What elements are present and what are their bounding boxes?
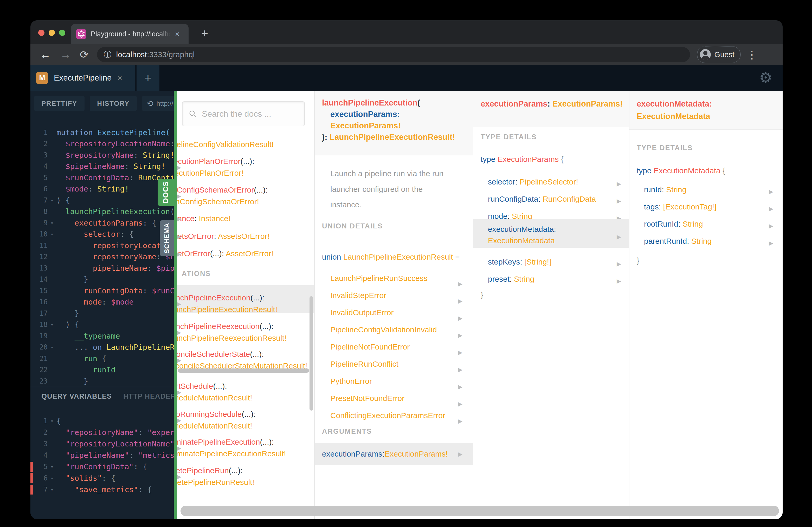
settings-gear-icon[interactable]: ⚙ [759, 69, 772, 86]
doc-item-startSchedule[interactable]: startSchedule(...): ScheduleMutationResu… [177, 380, 308, 404]
union-member-PresetNotFoundError[interactable]: PresetNotFoundError▶ [315, 390, 473, 407]
type-field-rootRunId[interactable]: rootRunId: String▶ [629, 218, 783, 230]
playground-new-tab-button[interactable]: + [136, 65, 159, 91]
code-line: 21 run { [30, 353, 174, 364]
url-path: :3333/graphql [147, 50, 195, 59]
chevron-right-icon: ▶ [177, 216, 181, 223]
doc-item-stopRunningSchedule[interactable]: stopRunningSchedule(...): ScheduleMutati… [177, 408, 308, 432]
chevron-right-icon: ▶ [177, 251, 181, 257]
schema-side-tab[interactable]: SCHEMA [160, 220, 174, 256]
type-signature: executionMetadata: ExecutionMetadata [629, 91, 783, 130]
type-close-brace: } [481, 290, 483, 299]
code-line: 11 repositoryLocationName: $repositoryLo… [30, 240, 174, 251]
fold-arrow-icon: ▾ [48, 344, 56, 350]
tab-query-variables[interactable]: QUERY VARIABLES [41, 392, 112, 401]
field-description: Launch a pipeline run via the runlaunche… [330, 166, 444, 213]
type-field-executionMetadata[interactable]: executionMetadata:ExecutionMetadata▶ [473, 224, 629, 246]
union-member-PipelineNotFoundError[interactable]: PipelineNotFoundError▶ [315, 338, 473, 356]
type-field-parentRunId[interactable]: parentRunId: String▶ [629, 236, 783, 247]
prettify-button[interactable]: PRETTIFY [34, 96, 85, 111]
doc-item-launchPipelineExecution[interactable]: launchPipelineExecution(...): LaunchPipe… [177, 292, 308, 315]
chevron-right-icon: ▶ [617, 231, 621, 243]
doc-item-partial[interactable]: PipelineConfigValidationResult! [177, 138, 308, 150]
doc-item-deletePipelineRun[interactable]: deletePipelineRun(...): DeletePipelineRu… [177, 465, 308, 488]
column-horizontal-scrollbar[interactable] [178, 368, 309, 373]
union-member-PythonError[interactable]: PythonError▶ [315, 373, 473, 390]
code-line: 20▾ ... on LaunchPipelineRunSuccess { [30, 342, 174, 353]
doc-item-executionPlanOrError[interactable]: executionPlanOrError(...): ExecutionPlan… [177, 155, 308, 179]
type-field-selector[interactable]: selector: PipelineSelector!▶ [473, 176, 629, 187]
playground-tab-executepipeline[interactable]: M ExecutePipeline × [30, 65, 135, 91]
type-field-preset[interactable]: preset: String▶ [473, 273, 629, 285]
code-line: 7▾ "save_metrics": { [30, 484, 174, 495]
code-line: 2 $repositoryLocationName: String! [30, 138, 174, 150]
docs-search-input[interactable] [202, 109, 298, 119]
doc-item-terminatePipelineExecution[interactable]: terminatePipelineExecution(...): Termina… [177, 436, 308, 460]
code-line: 13 pipelineName: $pipelineName [30, 262, 174, 274]
window-minimize-button[interactable] [49, 30, 55, 36]
site-info-icon[interactable]: ⓘ [104, 49, 112, 60]
query-editor[interactable]: 1mutation ExecutePipeline(2 $repositoryL… [30, 127, 174, 387]
search-icon [189, 109, 197, 118]
code-line: 17 } [30, 308, 174, 319]
docs-search-box[interactable] [182, 101, 305, 126]
doc-item-assetsOrError[interactable]: assetsOrError: AssetsOrError! [177, 230, 308, 242]
doc-item-launchPipelineReexecution[interactable]: launchPipelineReexecution(...): LaunchPi… [177, 320, 308, 344]
back-icon[interactable]: ← [40, 49, 51, 60]
union-member-PipelineRunConflict[interactable]: PipelineRunConflict▶ [315, 356, 473, 373]
type-field-runId[interactable]: runId: String▶ [629, 184, 783, 195]
doc-item-assetOrError[interactable]: assetOrError(...): AssetOrError! [177, 247, 308, 259]
url-host: localhost [116, 50, 147, 59]
mutations-header: MUTATIONS [182, 270, 211, 278]
query-editor-pane[interactable]: PRETTIFY HISTORY ⟲ http://loc 1mutation … [30, 91, 174, 519]
union-member-ConflictingExecutionParamsError[interactable]: ConflictingExecutionParamsError▶ [315, 407, 473, 424]
window-zoom-button[interactable] [59, 30, 65, 36]
endpoint-reload-icon[interactable]: ⟲ [147, 99, 153, 108]
history-button[interactable]: HISTORY [90, 96, 137, 111]
code-line: 10▾ selector: { [30, 229, 174, 240]
profile-button[interactable]: Guest [697, 46, 740, 63]
code-line: 15 runConfigData: $runConfigData [30, 285, 174, 297]
browser-menu-icon[interactable]: ⋮ [746, 48, 757, 61]
doc-item-runConfigSchemaOrError[interactable]: runConfigSchemaOrError(...): RunConfigSc… [177, 184, 308, 207]
docs-panel: PipelineConfigValidationResult!execution… [177, 91, 783, 519]
chevron-right-icon: ▶ [617, 178, 621, 190]
fold-arrow-icon: ▾ [48, 486, 56, 493]
reload-icon[interactable]: ⟳ [80, 49, 89, 60]
doc-item-reconcileSchedulerState[interactable]: reconcileSchedulerState(...): ReconcileS… [177, 348, 308, 372]
chevron-right-icon: ▶ [458, 451, 462, 457]
code-line: 3 "repositoryLocationName": [30, 438, 174, 450]
tab-http-headers[interactable]: HTTP HEADERS [123, 392, 174, 401]
new-tab-button[interactable]: + [198, 26, 212, 41]
playground-tab-close-icon[interactable]: × [117, 73, 122, 83]
union-member-InvalidOutputError[interactable]: InvalidOutputError▶ [315, 304, 473, 321]
chevron-right-icon: ▶ [177, 473, 181, 480]
doc-item-instance[interactable]: instance: Instance! [177, 213, 308, 224]
docs-side-tab[interactable]: DOCS [158, 179, 174, 206]
union-member-LaunchPipelineRunSuccess[interactable]: LaunchPipelineRunSuccess▶ [315, 270, 473, 287]
code-line: 18▾ ) { [30, 319, 174, 331]
code-line: 5▾ "runConfigData": { [30, 461, 174, 472]
error-marker [30, 485, 33, 495]
docs-horizontal-scrollbar[interactable] [180, 506, 779, 516]
code-line: 9▾ executionParams: { [30, 217, 174, 229]
tab-close-icon[interactable]: × [175, 30, 180, 38]
window-close-button[interactable] [38, 30, 44, 36]
argument-row[interactable]: executionParams: ExecutionParams! ▶ [315, 443, 473, 465]
variables-editor[interactable]: 1▾{2 "repositoryName": "exper3 "reposito… [30, 405, 174, 519]
type-field-tags[interactable]: tags: [ExecutionTag!]▶ [629, 201, 783, 213]
error-marker [30, 462, 33, 472]
address-bar[interactable]: ⓘ localhost :3333/graphql [97, 47, 690, 62]
browser-tab[interactable]: Playground - http://localhost:3 × [71, 24, 189, 44]
column-vertical-scrollbar[interactable] [309, 296, 313, 410]
endpoint-url-input[interactable]: ⟲ http://loc [142, 96, 174, 111]
code-line: 23 } [30, 376, 174, 387]
fold-arrow-icon: ▾ [48, 475, 56, 481]
union-member-PipelineConfigValidationInvalid[interactable]: PipelineConfigValidationInvalid▶ [315, 321, 473, 338]
fold-arrow-icon: ▾ [48, 197, 56, 204]
forward-icon[interactable]: → [60, 49, 71, 60]
union-member-InvalidStepError[interactable]: InvalidStepError▶ [315, 287, 473, 304]
docs-divider[interactable] [174, 91, 177, 519]
type-field-stepKeys[interactable]: stepKeys: [String!]▶ [473, 256, 629, 268]
type-field-runConfigData[interactable]: runConfigData: RunConfigData▶ [473, 193, 629, 205]
